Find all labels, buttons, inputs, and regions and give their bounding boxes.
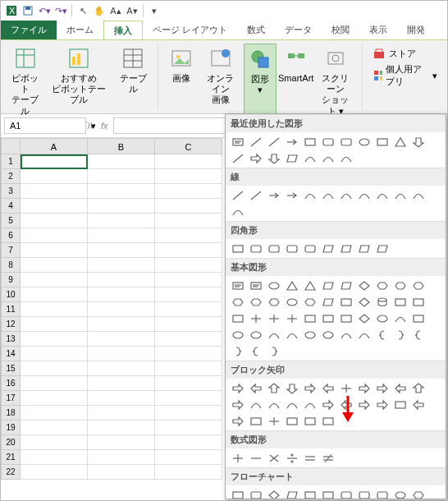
cell[interactable] bbox=[155, 154, 222, 169]
shape-plus[interactable] bbox=[283, 310, 300, 326]
font-increase-icon[interactable]: A▴ bbox=[108, 3, 123, 18]
shape-textbox[interactable] bbox=[229, 134, 246, 149]
shape-mult[interactable] bbox=[265, 450, 282, 466]
name-box[interactable] bbox=[4, 117, 86, 134]
smartart-button[interactable]: SmartArt bbox=[280, 44, 313, 118]
cell[interactable] bbox=[88, 435, 155, 450]
row-header[interactable]: 13 bbox=[1, 332, 21, 347]
cell[interactable] bbox=[155, 317, 222, 332]
shape-diamond[interactable] bbox=[355, 310, 373, 326]
shape-rarrow[interactable] bbox=[355, 397, 373, 412]
shape-rarrow[interactable] bbox=[301, 380, 318, 396]
shape-plus[interactable] bbox=[265, 310, 282, 326]
hand-icon[interactable]: ✋ bbox=[92, 3, 107, 18]
cell[interactable] bbox=[155, 450, 222, 465]
shape-uarrow[interactable] bbox=[265, 380, 282, 396]
shape-para[interactable] bbox=[319, 278, 336, 293]
shape-eq[interactable] bbox=[301, 450, 318, 466]
cell[interactable] bbox=[155, 214, 222, 228]
row-header[interactable]: 11 bbox=[1, 302, 21, 317]
cell[interactable] bbox=[88, 450, 155, 465]
shape-neq[interactable] bbox=[319, 450, 336, 466]
cell[interactable] bbox=[21, 228, 88, 243]
cell[interactable] bbox=[21, 169, 88, 184]
shape-curve[interactable] bbox=[301, 150, 318, 166]
shape-darrow[interactable] bbox=[409, 134, 427, 149]
tab-review[interactable]: 校閲 bbox=[322, 21, 359, 39]
row-header[interactable]: 22 bbox=[1, 465, 21, 480]
cell[interactable] bbox=[88, 258, 155, 273]
shape-line[interactable] bbox=[229, 150, 246, 166]
online-picture-button[interactable]: オンライン 画像 bbox=[201, 44, 240, 118]
shape-rrect[interactable] bbox=[319, 134, 336, 149]
shape-para[interactable] bbox=[373, 241, 391, 256]
shape-curve[interactable] bbox=[247, 397, 264, 412]
shape-para[interactable] bbox=[283, 487, 300, 499]
shape-darrow[interactable] bbox=[283, 380, 300, 396]
shape-rect[interactable] bbox=[391, 294, 409, 310]
cell[interactable] bbox=[155, 361, 222, 376]
cell[interactable] bbox=[88, 347, 155, 361]
cell[interactable] bbox=[21, 465, 88, 480]
shape-rect[interactable] bbox=[247, 413, 264, 429]
shape-curve[interactable] bbox=[283, 327, 300, 342]
row-header[interactable]: 19 bbox=[1, 421, 21, 435]
shape-line[interactable] bbox=[265, 134, 282, 149]
shape-larrow[interactable] bbox=[391, 380, 409, 396]
row-header[interactable]: 8 bbox=[1, 258, 21, 273]
shape-arrow[interactable] bbox=[265, 187, 282, 203]
shape-hex[interactable] bbox=[409, 487, 427, 499]
row-header[interactable]: 17 bbox=[1, 391, 21, 406]
col-header[interactable]: A bbox=[21, 138, 88, 154]
cell[interactable] bbox=[155, 421, 222, 435]
cell[interactable] bbox=[21, 391, 88, 406]
shape-rrect[interactable] bbox=[283, 241, 300, 256]
shape-curve[interactable] bbox=[337, 150, 354, 166]
shape-rarrow[interactable] bbox=[373, 380, 391, 396]
cell[interactable] bbox=[155, 435, 222, 450]
cell[interactable] bbox=[88, 465, 155, 480]
shape-rarrow[interactable] bbox=[247, 150, 264, 166]
shape-uarrow[interactable] bbox=[409, 380, 427, 396]
shape-larrow[interactable] bbox=[409, 397, 427, 412]
cell[interactable] bbox=[88, 391, 155, 406]
shape-rect[interactable] bbox=[373, 134, 391, 149]
cell[interactable] bbox=[21, 361, 88, 376]
cell[interactable] bbox=[155, 199, 222, 214]
shape-larrow[interactable] bbox=[319, 380, 336, 396]
cell[interactable] bbox=[88, 302, 155, 317]
shape-lbrace[interactable] bbox=[373, 327, 391, 342]
shape-hex[interactable] bbox=[373, 278, 391, 293]
shape-diamond[interactable] bbox=[355, 294, 373, 310]
cell[interactable] bbox=[21, 258, 88, 273]
col-header[interactable]: B bbox=[88, 138, 155, 154]
row-header[interactable]: 18 bbox=[1, 406, 21, 421]
shape-curve[interactable] bbox=[355, 327, 373, 342]
cell[interactable] bbox=[21, 376, 88, 391]
shape-rarrow[interactable] bbox=[229, 380, 246, 396]
shape-rbrace[interactable] bbox=[229, 343, 246, 359]
shape-ellipse[interactable] bbox=[265, 278, 282, 293]
cell[interactable] bbox=[155, 465, 222, 480]
shape-rarrow[interactable] bbox=[355, 380, 373, 396]
shape-rrect[interactable] bbox=[373, 487, 391, 499]
cell[interactable] bbox=[155, 287, 222, 302]
cell[interactable] bbox=[155, 347, 222, 361]
cell[interactable] bbox=[21, 450, 88, 465]
shape-curve[interactable] bbox=[301, 397, 318, 412]
shape-rect[interactable] bbox=[229, 241, 246, 256]
shape-rect[interactable] bbox=[229, 487, 246, 499]
shape-rect[interactable] bbox=[301, 487, 318, 499]
shape-tri[interactable] bbox=[301, 278, 318, 293]
shape-rrect[interactable] bbox=[247, 487, 264, 499]
shape-rect[interactable] bbox=[337, 310, 354, 326]
shape-lbrace[interactable] bbox=[409, 327, 427, 342]
cell[interactable] bbox=[88, 361, 155, 376]
shape-hex[interactable] bbox=[265, 294, 282, 310]
cursor-icon[interactable]: ↖ bbox=[75, 3, 90, 18]
shape-curve[interactable] bbox=[301, 187, 318, 203]
row-header[interactable]: 20 bbox=[1, 435, 21, 450]
cell[interactable] bbox=[88, 273, 155, 287]
shape-line[interactable] bbox=[247, 187, 264, 203]
shape-rect[interactable] bbox=[283, 413, 300, 429]
